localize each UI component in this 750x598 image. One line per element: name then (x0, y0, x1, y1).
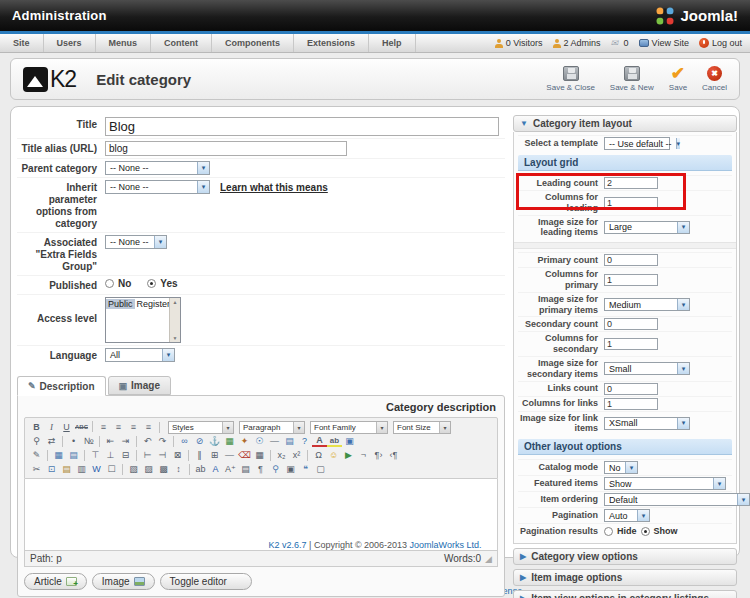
copy-icon[interactable]: ⊡ (44, 463, 59, 476)
link-icon[interactable]: ∞ (177, 435, 192, 448)
font-size-dropdown[interactable]: Font Size ▾ (393, 421, 451, 434)
title-input[interactable]: Blog (105, 117, 499, 136)
find-replace-icon[interactable]: ⇄ (44, 435, 59, 448)
delete-col-icon[interactable]: ⊠ (170, 449, 185, 462)
styles-dropdown[interactable]: Styles ▾ (168, 421, 234, 434)
unlink-icon[interactable]: ⊘ (192, 435, 207, 448)
insert-layer-icon[interactable]: ▧ (126, 463, 141, 476)
format-dropdown[interactable]: Paragraph ▾ (239, 421, 305, 434)
align-justify-icon[interactable]: ≡ (141, 421, 156, 434)
paste-text-icon[interactable]: ▥ (74, 463, 89, 476)
fullscreen-icon[interactable]: ▣ (342, 435, 357, 448)
cite-icon[interactable]: A (208, 463, 223, 476)
remove-format-icon[interactable]: ⌫ (237, 449, 252, 462)
extra-fields-select[interactable]: -- None -- ▾ (105, 235, 167, 249)
backcolor-icon[interactable]: ab (327, 435, 342, 447)
param-select[interactable]: No ▾ (604, 461, 638, 474)
emoticons-icon[interactable]: ☺ (326, 449, 341, 462)
table-props-icon[interactable]: ▤ (66, 449, 81, 462)
media-icon[interactable]: ▶ (341, 449, 356, 462)
menu-item[interactable]: Site (0, 34, 44, 52)
subscript-icon[interactable]: x₂ (274, 449, 289, 462)
ltr-icon[interactable]: ¶› (371, 449, 386, 462)
param-input[interactable]: 1 (604, 274, 658, 286)
cancel-button[interactable]: ✖ Cancel (702, 66, 727, 92)
blockquote-icon[interactable]: ❝ (298, 463, 313, 476)
outdent-icon[interactable]: ⇤ (103, 435, 118, 448)
scroll-down-icon[interactable]: ▼ (173, 335, 178, 341)
radio-show[interactable] (641, 527, 650, 536)
param-input[interactable]: 1 (604, 398, 658, 410)
param-select[interactable]: Auto ▾ (604, 509, 650, 522)
image-icon[interactable]: ▦ (222, 435, 237, 448)
access-option[interactable]: Registered (135, 299, 169, 309)
resize-grip[interactable]: ◢ (485, 554, 492, 564)
merge-cells-icon[interactable]: ⊞ (207, 449, 222, 462)
template-select[interactable]: -- Use default -- ▾ (604, 137, 670, 150)
learn-more-link[interactable]: Learn what this means (220, 182, 328, 193)
delete-row-icon[interactable]: ⊟ (118, 449, 133, 462)
visitors-icon[interactable]: 0 Visitors (495, 38, 543, 48)
save-new-button[interactable]: Save & New (610, 66, 654, 92)
paste-icon[interactable]: ▤ (59, 463, 74, 476)
del-ins-icon[interactable]: ab (193, 463, 208, 476)
param-input[interactable]: 0 (604, 383, 658, 395)
access-level-listbox[interactable]: PublicRegisteredSpecial ▲ ▼ (105, 297, 181, 343)
bullet-list-icon[interactable]: • (66, 435, 81, 448)
charmap-icon[interactable]: Ω (311, 449, 326, 462)
strikethrough-icon[interactable]: ABC (74, 421, 89, 434)
save-close-button[interactable]: Save & Close (546, 66, 594, 92)
pagebreak-icon[interactable]: ▣ (283, 463, 298, 476)
param-select[interactable]: Large ▾ (604, 221, 690, 234)
tab-description[interactable]: ✎ Description (17, 376, 106, 396)
param-select[interactable]: Small ▾ (604, 362, 690, 375)
listbox-scrollbar[interactable]: ▲ ▼ (169, 298, 180, 342)
published-no-radio[interactable] (105, 279, 114, 288)
param-select[interactable]: Show ▾ (604, 477, 726, 490)
rtl-icon[interactable]: ‹¶ (386, 449, 401, 462)
insert-article-button[interactable]: Article (24, 573, 87, 590)
menu-item[interactable]: Menus (96, 34, 152, 52)
k2-version-link[interactable]: K2 v2.6.7 (269, 540, 307, 550)
toggle-editor-button[interactable]: Toggle editor (160, 573, 252, 590)
cleanup-icon[interactable]: ✦ (237, 435, 252, 448)
align-right-icon[interactable]: ≡ (126, 421, 141, 434)
admins-icon[interactable]: 2 Admins (553, 38, 601, 48)
underline-icon[interactable]: U (59, 421, 74, 434)
bold-icon[interactable]: B (29, 421, 44, 434)
published-yes-radio[interactable] (147, 279, 156, 288)
logout-icon[interactable]: Log out (699, 38, 742, 48)
select-all-icon[interactable]: ☐ (104, 463, 119, 476)
source-code-icon[interactable]: ✎ (29, 449, 44, 462)
send-backward-icon[interactable]: ▩ (156, 463, 171, 476)
help-icon[interactable]: ? (297, 435, 312, 448)
print-icon[interactable]: ▤ (282, 435, 297, 448)
indent-icon[interactable]: ⇥ (118, 435, 133, 448)
inherit-select[interactable]: -- None -- ▾ (105, 180, 210, 194)
row-after-icon[interactable]: ⊥ (103, 449, 118, 462)
bring-forward-icon[interactable]: ▨ (141, 463, 156, 476)
messages-icon[interactable]: 0 (611, 38, 629, 48)
menu-item[interactable]: Content (151, 34, 212, 52)
insert-image-button[interactable]: Image (92, 573, 155, 590)
tab-image[interactable]: ▣ Image (108, 376, 171, 395)
forecolor-icon[interactable]: A (312, 435, 327, 447)
anchor-icon[interactable]: ⚓ (207, 435, 222, 448)
row-before-icon[interactable]: ⊤ (88, 449, 103, 462)
param-input[interactable]: 1 (604, 197, 658, 209)
attributes-icon[interactable]: ▤ (238, 463, 253, 476)
parent-category-select[interactable]: -- None -- ▾ (105, 161, 210, 175)
paste-word-icon[interactable]: W (89, 463, 104, 476)
template-icon[interactable]: ▢ (313, 463, 328, 476)
numbered-list-icon[interactable]: № (81, 435, 96, 448)
menu-item[interactable]: Extensions (294, 34, 369, 52)
view-site-icon[interactable]: View Site (639, 38, 689, 48)
save-button[interactable]: ✔ Save (669, 66, 687, 92)
collapsed-panel[interactable]: ▶ Item image options (513, 569, 737, 586)
hr2-icon[interactable]: — (222, 449, 237, 462)
access-option[interactable]: Public (106, 299, 135, 309)
align-center-icon[interactable]: ≡ (111, 421, 126, 434)
find-icon[interactable]: ⚲ (29, 435, 44, 448)
param-input[interactable]: 0 (604, 254, 658, 266)
preview-icon[interactable]: ⚲ (268, 463, 283, 476)
